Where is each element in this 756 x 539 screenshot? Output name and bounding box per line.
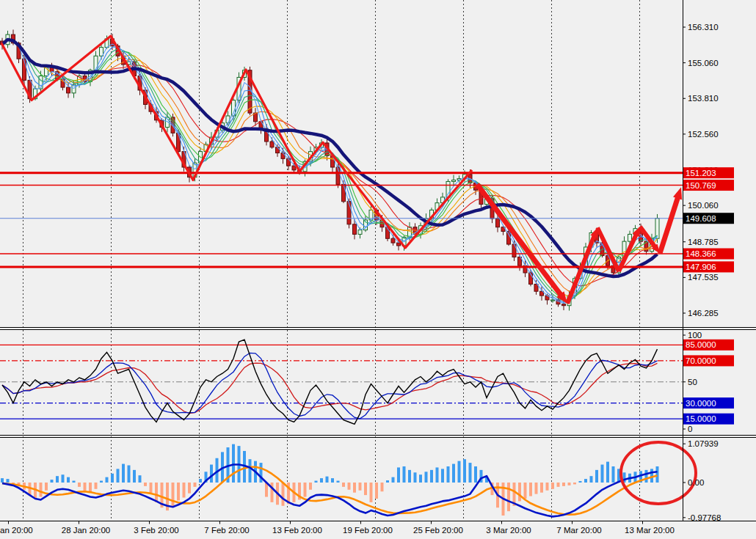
candle-body	[353, 224, 357, 235]
candle-body	[452, 180, 456, 182]
trading-chart-window: 156.310155.060153.810152.560151.310150.0…	[0, 0, 756, 539]
histogram-bar	[188, 483, 191, 494]
histogram-bar	[573, 483, 576, 484]
histogram-bar	[342, 483, 345, 487]
histogram-bar	[403, 466, 406, 483]
histogram-bar	[568, 483, 571, 485]
histogram-bar	[150, 483, 153, 494]
histogram-bar	[463, 459, 466, 483]
histogram-bar	[282, 483, 285, 506]
candle-body	[628, 234, 632, 241]
histogram-bar	[232, 444, 235, 483]
histogram-bar	[309, 483, 312, 490]
histogram-bar	[1, 478, 4, 483]
histogram-bar	[331, 478, 334, 483]
macd-axis-label: -0.97768	[688, 513, 721, 522]
histogram-bar	[260, 463, 263, 483]
histogram-bar	[117, 469, 120, 483]
chart-background	[0, 0, 756, 539]
price-axis-label: 152.560	[688, 130, 719, 139]
candle-body	[551, 300, 555, 301]
histogram-bar	[337, 481, 340, 483]
histogram-bar	[249, 459, 252, 483]
time-label: 7 Feb 20:00	[204, 526, 249, 535]
histogram-bar	[315, 481, 318, 483]
histogram-bar	[84, 483, 87, 491]
histogram-bar	[199, 479, 202, 483]
histogram-bar	[128, 466, 131, 483]
histogram-bar	[359, 483, 362, 491]
histogram-bar	[56, 476, 59, 483]
price-axis-label: 146.285	[688, 309, 719, 318]
level-price-label-text: 147.906	[686, 263, 716, 271]
histogram-bar	[7, 479, 10, 483]
histogram-bar	[535, 483, 538, 494]
histogram-bar	[590, 476, 593, 483]
histogram-bar	[194, 483, 197, 487]
candle-body	[281, 153, 285, 159]
histogram-bar	[304, 483, 307, 497]
histogram-bar	[562, 483, 565, 486]
candle-body	[496, 219, 500, 227]
time-label: 19 Feb 20:00	[343, 526, 393, 535]
histogram-bar	[656, 466, 659, 483]
histogram-bar	[408, 470, 411, 483]
histogram-bar	[524, 483, 527, 499]
histogram-bar	[540, 483, 543, 493]
histogram-bar	[436, 467, 439, 483]
histogram-bar	[381, 483, 384, 491]
histogram-bar	[386, 480, 389, 483]
histogram-bar	[144, 483, 147, 486]
histogram-bar	[67, 477, 70, 483]
histogram-bar	[364, 483, 367, 495]
histogram-bar	[425, 472, 428, 483]
histogram-bar	[584, 479, 587, 483]
candle-body	[534, 285, 538, 292]
time-label: 3 Mar 20:00	[486, 526, 531, 535]
price-axis-label: 155.060	[688, 59, 719, 67]
histogram-bar	[353, 483, 356, 493]
level-price-label-text: 151.203	[686, 169, 716, 177]
histogram-bar	[430, 470, 433, 483]
histogram-bar	[122, 464, 125, 483]
chart-canvas[interactable]: 156.310155.060153.810152.560151.310150.0…	[0, 0, 756, 539]
candle-body	[391, 238, 395, 243]
oscillator-axis-label: 0	[688, 425, 692, 433]
price-axis-label: 153.810	[688, 94, 719, 103]
histogram-bar	[95, 483, 98, 489]
histogram-bar	[419, 474, 422, 483]
histogram-bar	[595, 470, 598, 483]
oscillator-axis-label: 100	[688, 331, 702, 340]
histogram-bar	[392, 477, 395, 483]
histogram-bar	[62, 474, 65, 483]
histogram-bar	[579, 481, 582, 483]
histogram-bar	[40, 483, 43, 497]
histogram-bar	[370, 483, 373, 502]
histogram-bar	[397, 467, 400, 483]
histogram-bar	[375, 483, 378, 499]
histogram-bar	[458, 461, 461, 483]
histogram-bar	[326, 477, 329, 483]
histogram-bar	[469, 463, 472, 483]
price-axis-label: 147.535	[688, 273, 719, 282]
price-axis-label: 150.060	[688, 201, 719, 210]
histogram-bar	[111, 474, 114, 483]
candle-body	[358, 230, 362, 235]
histogram-bar	[447, 466, 450, 483]
histogram-bar	[133, 470, 136, 483]
histogram-bar	[51, 480, 54, 483]
candle-body	[397, 243, 401, 246]
histogram-bar	[474, 466, 477, 483]
candle-body	[347, 202, 351, 224]
histogram-bar	[518, 483, 521, 501]
oscillator-level-label-text: 15.0000	[686, 414, 716, 423]
oscillator-level-label-text: 70.0000	[686, 356, 716, 365]
current-price-label-text: 149.608	[686, 214, 716, 223]
time-label: 3 Feb 20:00	[134, 526, 178, 535]
candle-body	[562, 304, 566, 306]
histogram-bar	[100, 481, 103, 483]
macd-axis-label: 0.00	[688, 478, 704, 487]
histogram-bar	[78, 483, 81, 487]
candle-body	[67, 87, 70, 93]
histogram-bar	[139, 475, 142, 483]
